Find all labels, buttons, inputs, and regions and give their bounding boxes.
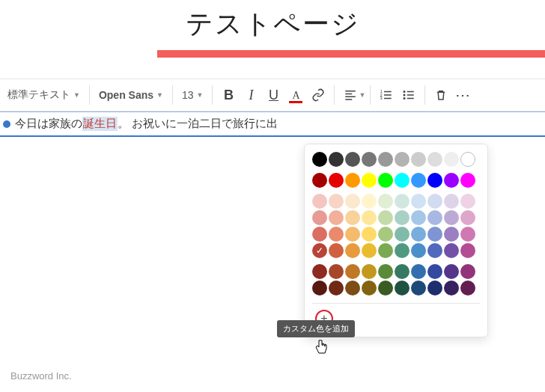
- content-line[interactable]: 今日は家族の誕生日。 お祝いに一泊二日で旅行に出: [0, 111, 545, 137]
- ordered-list-button[interactable]: 123: [375, 84, 398, 106]
- italic-button[interactable]: I: [240, 84, 262, 106]
- color-swatch[interactable]: [444, 227, 459, 242]
- color-swatch[interactable]: [411, 152, 426, 167]
- color-swatch[interactable]: [411, 281, 426, 295]
- color-swatch[interactable]: [460, 281, 475, 295]
- color-swatch[interactable]: [411, 173, 426, 188]
- italic-icon: I: [249, 88, 253, 103]
- color-swatch[interactable]: [378, 152, 393, 167]
- paragraph-style-label: 標準テキスト: [7, 88, 70, 102]
- color-swatch[interactable]: [411, 264, 426, 279]
- color-swatch[interactable]: [345, 243, 360, 258]
- color-swatch[interactable]: [329, 243, 344, 258]
- delete-button[interactable]: [430, 84, 452, 106]
- color-swatch[interactable]: [460, 152, 475, 167]
- color-swatch[interactable]: [329, 281, 344, 295]
- color-swatch[interactable]: [444, 173, 459, 188]
- color-swatch[interactable]: [378, 210, 393, 225]
- svg-text:3: 3: [380, 96, 383, 100]
- color-swatch[interactable]: [460, 243, 475, 258]
- color-swatch[interactable]: [460, 227, 475, 242]
- color-swatch[interactable]: [312, 264, 327, 279]
- color-swatch[interactable]: [345, 152, 360, 167]
- color-swatch[interactable]: [427, 281, 442, 295]
- paragraph-style-select[interactable]: 標準テキスト ▼: [3, 85, 85, 105]
- text-color-button[interactable]: A: [284, 84, 307, 106]
- color-swatch[interactable]: [362, 173, 377, 188]
- color-swatch[interactable]: [378, 243, 393, 258]
- color-swatch[interactable]: [427, 243, 442, 258]
- color-swatch[interactable]: [395, 173, 409, 188]
- color-swatch[interactable]: [444, 281, 459, 295]
- bold-button[interactable]: B: [217, 84, 240, 106]
- color-swatch[interactable]: [395, 243, 409, 258]
- color-swatch[interactable]: [444, 243, 459, 258]
- color-swatch[interactable]: [395, 281, 409, 295]
- color-swatch[interactable]: [345, 210, 360, 225]
- color-swatch[interactable]: [329, 264, 344, 279]
- color-swatch[interactable]: [378, 194, 393, 209]
- underline-icon: U: [269, 88, 278, 103]
- color-swatch[interactable]: [312, 152, 327, 167]
- unordered-list-button[interactable]: [398, 84, 420, 106]
- color-swatch[interactable]: [378, 281, 393, 295]
- color-swatch[interactable]: [329, 227, 344, 242]
- color-swatch[interactable]: [345, 173, 360, 188]
- editor-content[interactable]: 今日は家族の誕生日。 お祝いに一泊二日で旅行に出: [0, 111, 545, 137]
- color-swatch[interactable]: [411, 227, 426, 242]
- insert-link-button[interactable]: [307, 84, 329, 106]
- color-swatch[interactable]: [427, 173, 442, 188]
- color-swatch[interactable]: [395, 194, 409, 209]
- color-swatch[interactable]: [329, 152, 344, 167]
- color-swatch[interactable]: [427, 194, 442, 209]
- color-swatch[interactable]: [395, 227, 409, 242]
- color-swatch[interactable]: [444, 264, 459, 279]
- color-swatch[interactable]: [460, 210, 475, 225]
- color-swatch[interactable]: [427, 210, 442, 225]
- separator: [370, 85, 371, 105]
- color-swatch[interactable]: [312, 281, 327, 295]
- color-swatch[interactable]: [345, 194, 360, 209]
- color-swatch[interactable]: [345, 281, 360, 295]
- font-family-select[interactable]: Open Sans ▼: [94, 86, 168, 104]
- color-swatch[interactable]: [395, 264, 409, 279]
- color-swatch[interactable]: [329, 210, 344, 225]
- color-swatch[interactable]: [460, 194, 475, 209]
- color-swatch[interactable]: [411, 243, 426, 258]
- color-swatch[interactable]: [427, 227, 442, 242]
- color-swatch[interactable]: [362, 152, 377, 167]
- color-swatch[interactable]: [362, 227, 377, 242]
- color-swatch[interactable]: [444, 194, 459, 209]
- color-swatch[interactable]: [444, 210, 459, 225]
- font-size-select[interactable]: 13 ▼: [177, 86, 208, 104]
- color-swatch[interactable]: [362, 264, 377, 279]
- color-swatch[interactable]: [395, 152, 409, 167]
- color-swatch[interactable]: [427, 152, 442, 167]
- color-swatch[interactable]: [411, 210, 426, 225]
- separator: [172, 85, 173, 105]
- more-button[interactable]: ⋯: [452, 84, 475, 106]
- color-swatch[interactable]: [312, 210, 327, 225]
- underline-button[interactable]: U: [262, 84, 284, 106]
- color-swatch[interactable]: [345, 227, 360, 242]
- color-swatch[interactable]: [362, 194, 377, 209]
- color-swatch[interactable]: [444, 152, 459, 167]
- color-swatch[interactable]: [378, 264, 393, 279]
- color-swatch[interactable]: [378, 227, 393, 242]
- color-swatch[interactable]: [378, 173, 393, 188]
- color-swatch[interactable]: [345, 264, 360, 279]
- color-swatch[interactable]: [312, 173, 327, 188]
- color-swatch[interactable]: [329, 194, 344, 209]
- color-swatch[interactable]: [411, 194, 426, 209]
- color-swatch[interactable]: [312, 194, 327, 209]
- color-swatch[interactable]: [460, 264, 475, 279]
- color-swatch[interactable]: [395, 210, 409, 225]
- color-swatch[interactable]: [362, 243, 377, 258]
- color-swatch[interactable]: [427, 264, 442, 279]
- color-swatch[interactable]: [329, 173, 344, 188]
- color-swatch[interactable]: [362, 210, 377, 225]
- color-swatch[interactable]: [460, 173, 475, 188]
- color-swatch[interactable]: ✓: [312, 243, 327, 258]
- color-swatch[interactable]: [362, 281, 377, 295]
- color-swatch[interactable]: [312, 227, 327, 242]
